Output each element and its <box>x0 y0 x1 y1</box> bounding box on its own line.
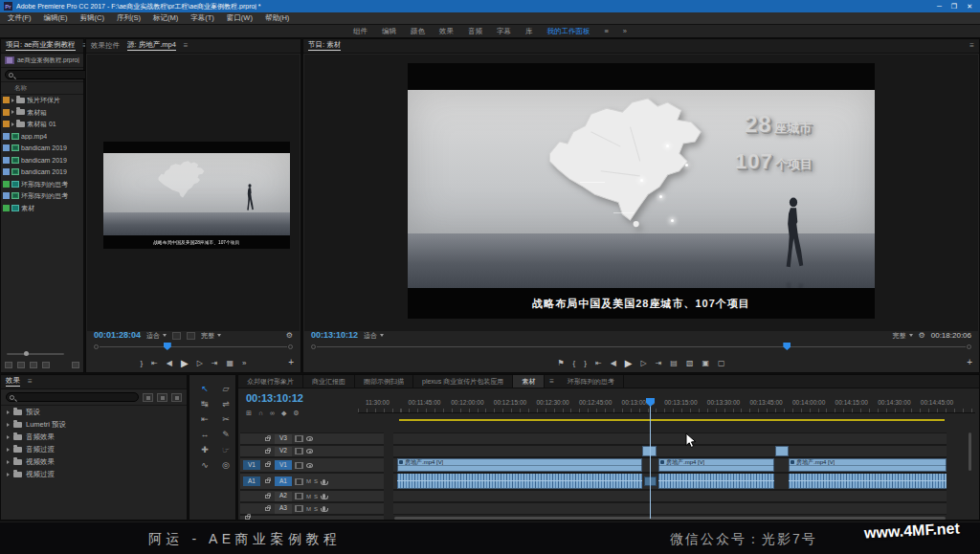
selection-tool[interactable]: ↖ <box>197 383 212 395</box>
time-ruler[interactable]: 11:30:00 00:11:45:00 00:12:00:00 00:12:1… <box>358 398 975 413</box>
expand-arrow-icon[interactable] <box>11 110 14 114</box>
lock-icon[interactable] <box>265 437 270 441</box>
mark-out-button[interactable]: } <box>584 360 587 367</box>
menu-markers[interactable]: 标记(M) <box>153 14 178 22</box>
rate-stretch-tool[interactable]: ⇤ <box>197 413 212 426</box>
track-header-a2[interactable]: A2MS <box>240 490 384 502</box>
sync-lock-icon[interactable] <box>295 478 303 485</box>
timeline-horizontal-scrollbar[interactable] <box>394 517 946 520</box>
lock-icon[interactable] <box>265 495 270 499</box>
track-visibility-icon[interactable] <box>306 436 313 441</box>
voiceover-mic-icon[interactable] <box>323 479 325 484</box>
lock-icon[interactable] <box>245 516 250 520</box>
step-forward-button[interactable]: ▷ <box>197 360 203 367</box>
track-select-tool[interactable]: ▱ <box>218 383 234 395</box>
lock-icon[interactable] <box>265 450 270 454</box>
effects-folder[interactable]: 预设 <box>1 406 187 418</box>
sequence-tab[interactable]: 环形阵列的思考 <box>559 375 624 388</box>
project-item-clip[interactable]: 环形阵列的思考 <box>1 190 83 203</box>
track-visibility-icon[interactable] <box>306 449 313 454</box>
expand-arrow-icon[interactable] <box>7 435 10 439</box>
track-target-a3[interactable]: A3 <box>275 504 292 514</box>
timeline-vertical-scrollbar[interactable] <box>969 432 971 471</box>
effects-folder[interactable]: 音频效果 <box>1 431 187 443</box>
settings-wrench-icon[interactable]: ⚙ <box>919 332 925 340</box>
tab-effects[interactable]: 效果 <box>6 377 20 388</box>
timeline-clip-audio[interactable] <box>397 474 642 489</box>
lift-button[interactable]: ▤ <box>670 360 678 367</box>
add-marker-icon[interactable]: ◆ <box>281 410 286 416</box>
workspace-titles[interactable]: 字幕 <box>497 28 511 35</box>
accelerated-effects-filter-icon[interactable] <box>143 393 153 402</box>
panel-menu-icon[interactable]: ≡ <box>545 378 559 386</box>
insert-button[interactable]: ▦ <box>227 360 234 367</box>
panel-menu-icon[interactable]: ≡ <box>28 378 33 386</box>
menu-clip[interactable]: 剪辑(C) <box>80 14 104 22</box>
sync-lock-icon[interactable] <box>295 493 303 499</box>
sync-lock-icon[interactable] <box>295 435 303 442</box>
effects-search-input[interactable] <box>16 394 135 401</box>
workspace-overflow-icon[interactable]: » <box>623 28 627 35</box>
source-patch-empty[interactable] <box>243 434 260 444</box>
new-item-icon[interactable] <box>42 362 50 368</box>
hand-tool[interactable]: ☞ <box>218 444 234 456</box>
source-patch-empty[interactable] <box>243 504 260 514</box>
timeline-settings-icon[interactable]: ⚙ <box>293 410 299 416</box>
effects-folder[interactable]: 视频过渡 <box>1 468 187 480</box>
track-lane-a2[interactable] <box>393 490 947 502</box>
trash-icon[interactable] <box>72 362 79 368</box>
go-to-out-button[interactable]: ⇥ <box>212 360 218 367</box>
new-bin-icon[interactable] <box>30 362 37 368</box>
track-header-a1[interactable]: A1A1MS <box>240 473 384 490</box>
project-item-bin[interactable]: 素材箱 <box>1 106 83 119</box>
comparison-view-button[interactable]: ▢ <box>718 360 725 367</box>
program-scrubber[interactable] <box>311 343 971 350</box>
label-swatch[interactable] <box>3 109 10 116</box>
icon-view-icon[interactable] <box>17 362 25 368</box>
tab-effect-controls[interactable]: 效果控件 <box>91 42 120 50</box>
source-patch-empty[interactable] <box>243 447 260 456</box>
timeline-clip-video[interactable]: 房地产.mp4 [V] <box>397 458 642 472</box>
solo-button[interactable]: S <box>314 506 318 512</box>
label-swatch[interactable] <box>3 205 10 211</box>
voiceover-mic-icon[interactable] <box>323 494 325 499</box>
source-zoom-select[interactable]: 适合 <box>146 332 167 339</box>
expand-arrow-icon[interactable] <box>11 99 14 102</box>
tab-source-clip[interactable]: 源: 房地产.mp4 <box>127 41 176 52</box>
project-item-comp[interactable]: 素材 <box>1 202 83 214</box>
ycbcr-effects-filter-icon[interactable] <box>171 393 182 402</box>
button-editor-add[interactable]: + <box>967 358 972 367</box>
project-item-bin[interactable]: 素材箱 01 <box>1 119 83 131</box>
project-item-clip[interactable]: bandicam 2019 <box>1 166 83 179</box>
go-to-in-button[interactable]: ⇤ <box>595 360 602 367</box>
source-playhead[interactable] <box>164 343 171 350</box>
effects-folder[interactable]: 音频过渡 <box>1 443 187 455</box>
sequence-tab[interactable]: 商业汇报图 <box>303 375 355 388</box>
label-swatch[interactable] <box>3 192 10 199</box>
workspace-audio[interactable]: 音频 <box>468 28 482 35</box>
effects-folder[interactable]: 视频效果 <box>1 455 187 468</box>
project-item-clip[interactable]: bandicam 2019 <box>1 143 83 155</box>
sync-lock-icon[interactable] <box>295 462 303 469</box>
pen-tool[interactable]: ✎ <box>218 429 234 441</box>
export-frame-button[interactable]: ▣ <box>702 360 709 367</box>
expand-arrow-icon[interactable] <box>7 423 10 427</box>
button-editor-add[interactable]: + <box>288 358 294 367</box>
track-target-v2[interactable]: V2 <box>275 447 292 456</box>
project-item-bin[interactable]: 预片环保片 <box>1 95 83 107</box>
mute-button[interactable]: M <box>306 478 311 484</box>
sequence-tab-active[interactable]: 素材 <box>513 375 545 388</box>
timeline-clip-video[interactable]: 房地产.mp4 [V] <box>789 458 947 472</box>
sequence-tab[interactable]: plexus 商业宣传片包装应用 <box>413 375 513 388</box>
track-header-v1[interactable]: V1V1 <box>240 457 384 473</box>
project-item-clip[interactable]: app.mp4 <box>1 130 83 143</box>
ripple-edit-tool[interactable]: ↹ <box>197 398 212 410</box>
project-column-header[interactable]: 名称 <box>1 82 83 95</box>
mute-button[interactable]: M <box>306 494 311 499</box>
label-swatch[interactable] <box>3 168 10 175</box>
slide-tool[interactable]: ✚ <box>197 444 212 456</box>
workspace-menu-icon[interactable]: ≡ <box>604 28 608 35</box>
source-scrubber[interactable] <box>94 343 293 350</box>
effects-folder[interactable]: Lumetri 预设 <box>1 418 187 431</box>
maximize-button[interactable]: ❐ <box>951 3 957 10</box>
